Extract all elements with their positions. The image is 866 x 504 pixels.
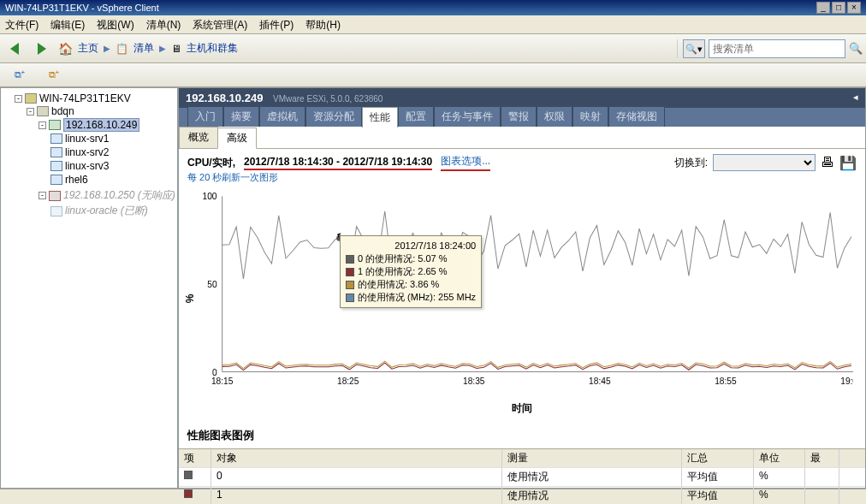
switch-to-select[interactable] <box>713 154 816 171</box>
search-input[interactable] <box>709 39 845 58</box>
tab-alarms[interactable]: 警报 <box>501 106 537 127</box>
legend-header-row: 项 对象 测量 汇总 单位 最 <box>179 449 865 468</box>
breadcrumb-sep-icon: ▶ <box>104 44 110 53</box>
legend-cell-measure: 使用情况 <box>502 468 682 486</box>
tree-datacenter[interactable]: bdqn <box>51 105 74 117</box>
tab-vms[interactable]: 虚拟机 <box>259 106 305 127</box>
main-panel: 192.168.10.249 VMware ESXi, 5.0.0, 62386… <box>178 87 866 489</box>
host-header: 192.168.10.249 VMware ESXi, 5.0.0, 62386… <box>179 88 865 108</box>
search-scope-button[interactable]: 🔍▾ <box>683 39 705 58</box>
legend-col-key[interactable]: 项 <box>179 449 211 467</box>
vm-icon <box>50 147 62 157</box>
legend-swatch-icon <box>184 489 193 498</box>
tab-config[interactable]: 配置 <box>398 106 434 127</box>
tree-vm[interactable]: linux-srv1 <box>65 133 109 145</box>
host-header-ip: 192.168.10.249 <box>186 92 263 104</box>
subtab-overview[interactable]: 概览 <box>179 127 218 148</box>
legend-col-aggregate[interactable]: 汇总 <box>682 449 754 467</box>
legend-cell-measure: 使用情况 <box>502 487 682 504</box>
tab-getting-started[interactable]: 入门 <box>187 106 223 127</box>
action-icon: ⧉⁺ <box>49 69 59 80</box>
datacenter-icon <box>37 106 49 116</box>
chart-title-prefix: CPU/实时, <box>187 156 235 170</box>
inventory-tree[interactable]: -WIN-74LP31T1EKV -bdqn -192.168.10.249 l… <box>0 87 178 489</box>
performance-chart[interactable]: % 100 50 0 18:1518:2518:3518:4518:5519:0… <box>191 187 853 398</box>
breadcrumb-hosts[interactable]: 主机和群集 <box>187 41 238 56</box>
menu-edit[interactable]: 编辑(E) <box>50 18 85 31</box>
hosts-icon: 🖥 <box>171 43 181 55</box>
tree-expander[interactable]: - <box>27 108 34 116</box>
legend-row[interactable]: 1使用情况平均值% <box>179 487 865 504</box>
menu-plugins[interactable]: 插件(P) <box>259 18 294 31</box>
search-icon[interactable]: 🔍 <box>849 42 863 55</box>
menu-view[interactable]: 视图(W) <box>97 18 133 31</box>
vm-disconnected-icon <box>50 206 62 216</box>
tab-maps[interactable]: 映射 <box>572 106 608 127</box>
legend-row[interactable]: 0使用情况平均值% <box>179 468 865 487</box>
tab-tasks[interactable]: 任务与事件 <box>434 106 501 127</box>
tree-vm[interactable]: linux-srv3 <box>65 160 109 172</box>
legend-swatch-icon <box>346 294 354 302</box>
tree-expander[interactable]: - <box>39 192 46 199</box>
header-collapse-icon[interactable]: ◂ <box>853 92 858 103</box>
tab-performance[interactable]: 性能 <box>362 107 398 127</box>
nav-back-button[interactable] <box>3 38 26 60</box>
legend-swatch-icon <box>346 255 354 264</box>
menubar: 文件(F) 编辑(E) 视图(W) 清单(N) 系统管理(A) 插件(P) 帮助… <box>0 15 866 34</box>
legend-swatch-icon <box>184 471 193 479</box>
legend-swatch-icon <box>346 281 354 289</box>
tree-expander[interactable]: - <box>15 95 22 103</box>
y-axis-label: % <box>184 294 196 304</box>
subtab-advanced[interactable]: 高级 <box>217 127 257 149</box>
maximize-button[interactable]: □ <box>832 2 845 14</box>
tab-permissions[interactable]: 权限 <box>537 106 572 127</box>
action-toolbar: ⧉⁺ ⧉⁺ <box>0 63 866 87</box>
legend-col-measure[interactable]: 测量 <box>502 449 682 467</box>
nav-toolbar: 🏠 主页 ▶ 📋 清单 ▶ 🖥 主机和群集 🔍▾ 🔍 <box>0 34 866 63</box>
vcenter-icon <box>25 93 37 104</box>
print-icon[interactable]: 🖶 <box>821 155 834 170</box>
minimize-button[interactable]: _ <box>816 2 830 14</box>
legend-col-latest[interactable]: 最 <box>805 449 839 467</box>
svg-text:18:35: 18:35 <box>463 377 485 386</box>
tab-summary[interactable]: 摘要 <box>223 106 259 127</box>
nav-forward-button[interactable] <box>31 38 53 60</box>
tree-root[interactable]: WIN-74LP31T1EKV <box>39 92 131 104</box>
x-axis-label: 时间 <box>179 398 865 423</box>
chart-svg: 100 50 0 18:1518:2518:3518:4518:5519:05 <box>191 187 853 398</box>
menu-file[interactable]: 文件(F) <box>5 18 39 31</box>
breadcrumb-home[interactable]: 主页 <box>78 41 98 56</box>
arrow-left-icon <box>10 43 19 55</box>
tree-host-disconnected[interactable]: 192.168.10.250 (无响应) <box>63 188 175 203</box>
svg-text:18:45: 18:45 <box>589 377 611 386</box>
legend-col-unit[interactable]: 单位 <box>754 449 805 467</box>
svg-text:19:05: 19:05 <box>840 377 853 386</box>
tree-vm[interactable]: linux-srv2 <box>65 146 109 158</box>
tooltip-series: 0 的使用情况: 5.07 % <box>358 252 448 265</box>
close-button[interactable]: × <box>847 2 861 14</box>
vm-icon <box>50 133 62 144</box>
new-resource-button[interactable]: ⧉⁺ <box>43 64 65 86</box>
menu-help[interactable]: 帮助(H) <box>305 18 341 31</box>
tab-resource[interactable]: 资源分配 <box>305 106 362 127</box>
export-icon[interactable]: 💾 <box>839 155 857 171</box>
chart-header-bar: CPU/实时, 2012/7/18 18:14:30 - 2012/7/18 1… <box>179 149 865 171</box>
host-disconnected-icon <box>49 191 61 201</box>
legend-cell-aggregate: 平均值 <box>682 468 754 486</box>
chart-options-link[interactable]: 图表选项... <box>441 154 490 171</box>
inventory-icon: 📋 <box>116 43 128 55</box>
breadcrumb-inventory[interactable]: 清单 <box>133 41 154 56</box>
tab-storage-views[interactable]: 存储视图 <box>608 106 665 127</box>
legend-table: 项 对象 测量 汇总 单位 最 0使用情况平均值%1使用情况平均值%192.16… <box>179 448 865 504</box>
tree-host-selected[interactable]: 192.168.10.249 <box>63 118 139 132</box>
tree-vm[interactable]: rhel6 <box>65 174 88 186</box>
legend-col-object[interactable]: 对象 <box>211 449 502 467</box>
new-vm-button[interactable]: ⧉⁺ <box>9 64 31 86</box>
switch-to-label: 切换到: <box>674 156 708 170</box>
tree-vm-disconnected[interactable]: linux-oracle (已断) <box>65 204 148 218</box>
legend-cell-unit: % <box>754 468 805 486</box>
menu-inventory[interactable]: 清单(N) <box>146 18 181 31</box>
menu-admin[interactable]: 系统管理(A) <box>193 18 247 31</box>
subtab-strip: 概览 高级 <box>179 127 865 149</box>
tree-expander[interactable]: - <box>39 122 46 129</box>
